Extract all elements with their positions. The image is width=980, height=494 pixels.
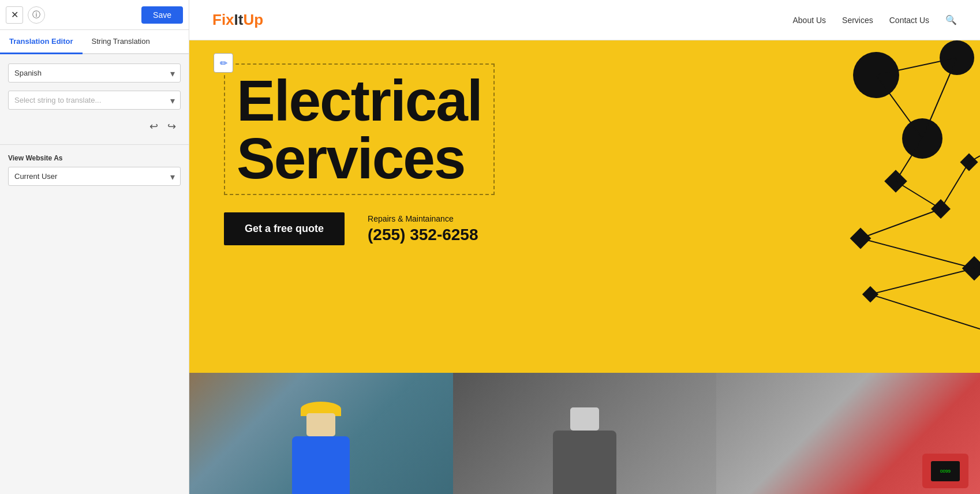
image-worker-hardhat [189, 373, 453, 494]
images-strip: 0099 [189, 373, 980, 494]
hero-section: ✏ Electrical Services Get a free quote R… [189, 40, 980, 494]
logo-fix: Fix [212, 11, 234, 28]
tabs-bar: Translation Editor String Translation [0, 30, 189, 54]
cta-button[interactable]: Get a free quote [224, 212, 345, 245]
info-button[interactable]: ⓘ [28, 6, 45, 24]
save-button[interactable]: Save [141, 6, 183, 24]
panel-body: Spanish French German Italian Select str… [0, 54, 189, 144]
view-as-label: View Website As [8, 154, 181, 162]
nav-services[interactable]: Services [842, 16, 873, 25]
svg-line-18 [870, 294, 980, 329]
string-select-wrapper: Select string to translate... [8, 91, 181, 110]
phone-number: (255) 352-6258 [368, 226, 478, 244]
view-as-select[interactable]: Current User Logged Out User Administrat… [8, 167, 181, 186]
image-worker-plug [453, 373, 717, 494]
svg-line-17 [870, 268, 974, 294]
contact-info: Repairs & Maintainance (255) 352-6258 [368, 214, 478, 244]
nav-contact-us[interactable]: Contact Us [889, 16, 929, 25]
close-button[interactable]: ✕ [6, 6, 23, 24]
undo-button[interactable]: ↩ [147, 118, 160, 135]
hero-title-line1: Electrical [237, 72, 482, 129]
left-panel: ✕ ⓘ Save Translation Editor String Trans… [0, 0, 189, 494]
language-select[interactable]: Spanish French German Italian [8, 63, 181, 83]
repairs-text: Repairs & Maintainance [368, 214, 478, 223]
site-header: FixItUp About Us Services Contact Us 🔍 [189, 0, 980, 40]
redo-button[interactable]: ↪ [165, 118, 178, 135]
hero-title: Electrical Services [237, 72, 482, 187]
logo-it: It [234, 11, 244, 28]
svg-line-15 [861, 209, 941, 238]
panel-header: ✕ ⓘ Save [0, 0, 189, 30]
svg-rect-10 [962, 256, 980, 280]
language-dropdown-wrapper: Spanish French German Italian [8, 63, 181, 83]
hero-title-line2: Services [237, 129, 482, 187]
hero-title-box: ✏ Electrical Services [224, 63, 945, 195]
tab-translation-editor[interactable]: Translation Editor [0, 30, 83, 54]
tab-string-translation[interactable]: String Translation [83, 30, 159, 54]
main-content: FixItUp About Us Services Contact Us 🔍 [189, 0, 980, 494]
undo-redo-controls: ↩ ↪ [8, 118, 181, 135]
svg-line-16 [861, 238, 974, 268]
edit-pencil-icon[interactable]: ✏ [214, 53, 233, 73]
nav-about-us[interactable]: About Us [792, 16, 826, 25]
hero-title-outline: Electrical Services [224, 63, 495, 195]
search-icon[interactable]: 🔍 [945, 14, 957, 25]
view-as-dropdown-wrapper: Current User Logged Out User Administrat… [8, 167, 181, 186]
site-nav: About Us Services Contact Us 🔍 [792, 14, 957, 25]
string-select[interactable]: Select string to translate... [8, 91, 181, 110]
logo-up: Up [243, 11, 263, 28]
view-as-section: View Website As Current User Logged Out … [0, 144, 189, 195]
image-worker-multimeter: 0099 [716, 373, 980, 494]
site-logo: FixItUp [212, 11, 263, 29]
